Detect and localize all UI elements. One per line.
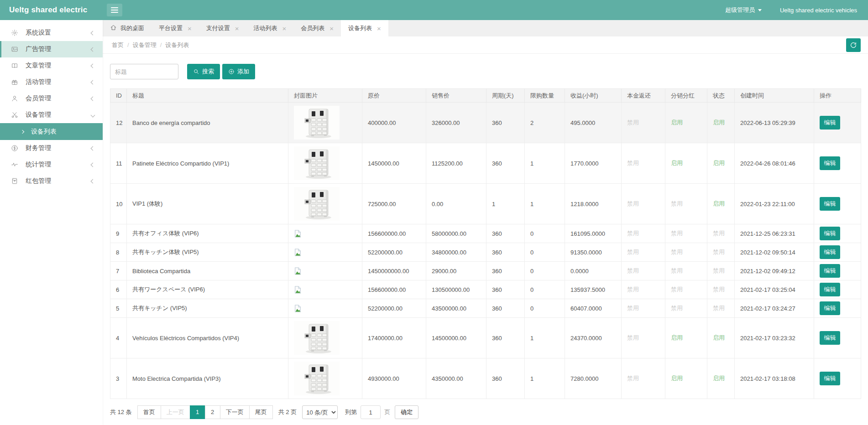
sidebar-item-redpacket-management[interactable]: 红包管理 bbox=[0, 173, 103, 189]
cell-title: 共有キッチン体験 (VIP5) bbox=[127, 243, 288, 262]
plus-circle-icon bbox=[228, 68, 235, 75]
cell-image bbox=[288, 299, 362, 318]
search-input[interactable] bbox=[110, 64, 178, 79]
tab-activity-list[interactable]: 活动列表× bbox=[246, 20, 294, 36]
chevron-left-icon bbox=[91, 146, 95, 150]
close-icon[interactable]: × bbox=[282, 25, 287, 32]
goto-page-label: 到第 bbox=[345, 408, 357, 416]
pagination-buttons: 首页上一页12下一页尾页 bbox=[137, 405, 273, 419]
status-text: 启用 bbox=[713, 160, 725, 166]
cell-sale_price: 130500000.00 bbox=[426, 280, 486, 299]
tab-payment-settings[interactable]: 支付设置× bbox=[199, 20, 246, 36]
goto-page-input[interactable] bbox=[361, 405, 381, 419]
cell-price: 400000.00 bbox=[362, 103, 426, 143]
search-button[interactable]: 搜索 bbox=[187, 64, 220, 79]
breadcrumb-item[interactable]: 首页 bbox=[112, 41, 124, 48]
cell-dividend: 启用 bbox=[665, 358, 707, 399]
cell-period: 360 bbox=[486, 224, 525, 243]
edit-button[interactable]: 编辑 bbox=[820, 372, 840, 385]
table-row: 5共有キッチン (VIP5)52200000.0043500000.003600… bbox=[110, 299, 861, 318]
cell-status: 启用 bbox=[707, 318, 735, 358]
page-2[interactable]: 2 bbox=[205, 405, 220, 419]
edit-button[interactable]: 编辑 bbox=[820, 283, 840, 296]
cell-image bbox=[288, 143, 362, 184]
sidebar-item-activity-management[interactable]: 活动管理 bbox=[0, 74, 103, 90]
edit-button[interactable]: 编辑 bbox=[820, 116, 840, 130]
sidebar-item-member-management[interactable]: 会员管理 bbox=[0, 90, 103, 107]
sidebar-item-device-management[interactable]: 设备管理 bbox=[0, 107, 103, 123]
cell-action: 编辑 bbox=[814, 224, 861, 243]
sidebar-item-stats-management[interactable]: 统计管理 bbox=[0, 156, 103, 173]
cell-limit: 0 bbox=[525, 280, 565, 299]
column-header-sale_price: 销售价 bbox=[426, 89, 486, 103]
tab-device-list[interactable]: 设备列表× bbox=[341, 20, 388, 36]
tab-platform-settings[interactable]: 平台设置× bbox=[152, 20, 199, 36]
cell-limit: 1 bbox=[525, 358, 565, 399]
page-next[interactable]: 下一页 bbox=[220, 405, 250, 419]
cell-income: 0.0000 bbox=[565, 262, 622, 280]
edit-button[interactable]: 编辑 bbox=[820, 156, 840, 170]
sidebar-subitem-device-list[interactable]: 设备列表 bbox=[0, 123, 103, 140]
broken-image-icon bbox=[294, 286, 356, 294]
cell-dividend: 启用 bbox=[665, 318, 707, 358]
page-1[interactable]: 1 bbox=[190, 405, 205, 419]
close-icon[interactable]: × bbox=[329, 25, 334, 32]
tab-my-desktop[interactable]: 我的桌面 bbox=[103, 20, 152, 36]
table-header-row: ID标题封面图片原价销售价周期(天)限购数量收益(小时)本金返还分销分红状态创建… bbox=[110, 89, 861, 103]
status-text: 禁用 bbox=[713, 267, 725, 274]
sidebar-toggle-button[interactable] bbox=[107, 4, 122, 16]
edit-button[interactable]: 编辑 bbox=[820, 245, 840, 259]
edit-button[interactable]: 编辑 bbox=[820, 331, 840, 345]
confirm-button[interactable]: 确定 bbox=[395, 405, 418, 419]
status-text: 启用 bbox=[671, 334, 683, 341]
page-size-select[interactable]: 10 条/页 bbox=[302, 405, 338, 419]
edit-button[interactable]: 编辑 bbox=[820, 197, 840, 211]
cell-limit: 1 bbox=[525, 184, 565, 224]
close-icon[interactable]: × bbox=[188, 25, 192, 32]
refresh-icon bbox=[850, 41, 857, 49]
header-right: 超级管理员 Ueltg shared electric vehicles bbox=[725, 6, 868, 14]
edit-button[interactable]: 编辑 bbox=[820, 227, 840, 240]
status-text: 禁用 bbox=[671, 286, 683, 293]
cell-income: 1218.0000 bbox=[565, 184, 622, 224]
status-text: 禁用 bbox=[627, 305, 639, 311]
cell-action: 编辑 bbox=[814, 243, 861, 262]
add-button[interactable]: 添加 bbox=[222, 64, 255, 79]
cell-price: 4930000.00 bbox=[362, 358, 426, 399]
edit-button[interactable]: 编辑 bbox=[820, 264, 840, 278]
cell-limit: 1 bbox=[525, 143, 565, 184]
close-icon[interactable]: × bbox=[235, 25, 239, 32]
cell-income: 135937.5000 bbox=[565, 280, 622, 299]
breadcrumb-item[interactable]: 设备管理 bbox=[133, 41, 157, 48]
column-header-id: ID bbox=[110, 89, 127, 103]
status-text: 禁用 bbox=[627, 286, 639, 293]
device-photo bbox=[294, 321, 356, 355]
device-photo bbox=[294, 146, 356, 180]
cell-principal: 禁用 bbox=[622, 318, 665, 358]
sidebar-item-system-settings[interactable]: 系统设置 bbox=[0, 25, 103, 41]
cell-id: 6 bbox=[110, 280, 127, 299]
page-first[interactable]: 首页 bbox=[137, 405, 161, 419]
cell-period: 360 bbox=[486, 358, 525, 399]
cell-principal: 禁用 bbox=[622, 299, 665, 318]
cell-action: 编辑 bbox=[814, 299, 861, 318]
page-last[interactable]: 尾页 bbox=[249, 405, 273, 419]
column-header-income: 收益(小时) bbox=[565, 89, 622, 103]
cell-id: 12 bbox=[110, 103, 127, 143]
tab-label: 支付设置 bbox=[206, 24, 230, 32]
tab-member-list[interactable]: 会员列表× bbox=[293, 20, 341, 36]
cell-price: 1450000.00 bbox=[362, 143, 426, 184]
cell-action: 编辑 bbox=[814, 280, 861, 299]
cell-sale_price: 4350000.00 bbox=[426, 358, 486, 399]
sidebar-item-ad-management[interactable]: 广告管理 bbox=[0, 41, 103, 57]
user-role-dropdown[interactable]: 超级管理员 bbox=[725, 6, 762, 14]
status-text: 启用 bbox=[713, 334, 725, 341]
status-text: 启用 bbox=[671, 375, 683, 382]
edit-button[interactable]: 编辑 bbox=[820, 301, 840, 315]
cell-dividend: 禁用 bbox=[665, 299, 707, 318]
close-icon[interactable]: × bbox=[377, 25, 381, 32]
sidebar-item-article-management[interactable]: 文章管理 bbox=[0, 57, 103, 74]
status-text: 禁用 bbox=[671, 200, 683, 207]
sidebar-item-finance-management[interactable]: 财务管理 bbox=[0, 140, 103, 156]
refresh-button[interactable] bbox=[846, 38, 861, 52]
